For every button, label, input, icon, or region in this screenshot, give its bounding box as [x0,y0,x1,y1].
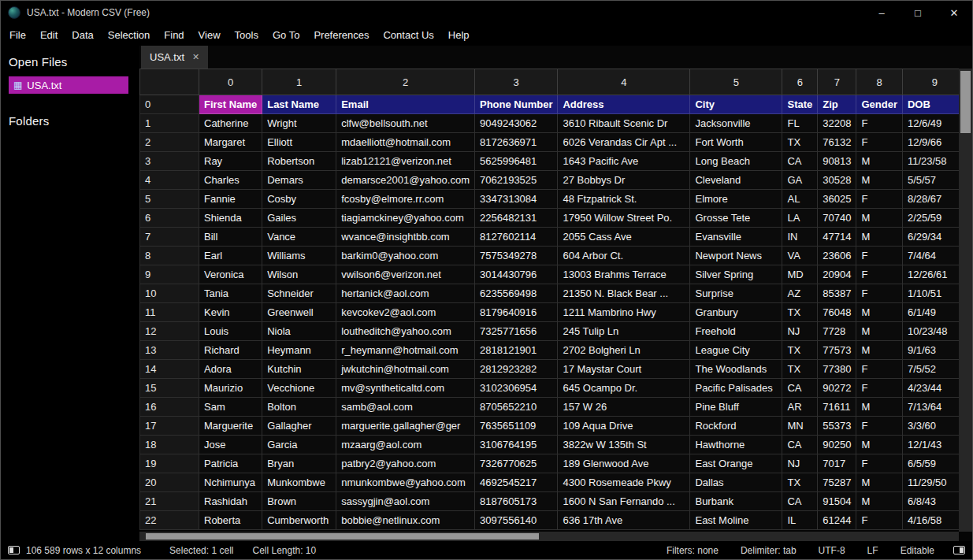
grid-cell[interactable]: Bill [199,228,262,247]
grid-cell[interactable]: Jacksonville [690,114,782,133]
grid-cell[interactable]: TX [782,341,818,360]
grid-cell[interactable]: TX [782,303,818,322]
grid-cell[interactable]: TX [782,360,818,379]
grid-cell[interactable]: 604 Arbor Ct. [558,247,690,265]
grid-cell[interactable]: Rashidah [199,492,262,511]
grid-cell[interactable]: 2055 Cass Ave [558,228,690,247]
grid-cell[interactable]: 12/6/49 [902,114,967,133]
grid-cell[interactable]: 3097556140 [475,511,558,530]
grid-cell[interactable]: Adora [199,360,262,379]
grid-cell[interactable]: Pine Bluff [690,398,782,417]
grid-cell[interactable]: M [856,209,903,228]
grid-cell[interactable]: Fort Worth [690,133,782,152]
grid-cell[interactable]: 7635651109 [475,417,558,436]
grid-cell[interactable]: IN [782,228,818,247]
row-header-17[interactable]: 17 [140,417,199,436]
grid-cell[interactable]: 70740 [818,209,856,228]
grid-cell[interactable]: tiagiamckiney@yahoo.com [336,209,475,228]
grid-cell[interactable]: F [856,265,903,284]
column-header-6[interactable]: 6 [782,69,818,95]
grid-cell[interactable]: IL [782,511,818,530]
grid-cell[interactable]: Granbury [690,303,782,322]
grid-cell[interactable]: Greenwell [262,303,336,322]
grid-cell[interactable]: 2812923282 [475,360,558,379]
grid-cell[interactable]: 3/3/60 [902,417,967,436]
grid-cell[interactable]: hertanick@aol.com [336,284,475,303]
grid-cell[interactable]: 1211 Mambrino Hwy [558,303,690,322]
row-header-15[interactable]: 15 [140,379,199,398]
grid-cell[interactable]: 3102306954 [475,379,558,398]
grid-cell[interactable]: Address [558,95,690,114]
grid-cell[interactable]: Wilson [262,265,336,284]
grid-cell[interactable]: F [856,247,903,265]
grid-cell[interactable]: 4692545217 [475,473,558,492]
grid-cell[interactable]: 5625996481 [475,152,558,171]
grid-cell[interactable]: 8179640916 [475,303,558,322]
menu-view[interactable]: View [191,24,228,46]
grid-cell[interactable]: 3610 Ribault Scenic Dr [558,114,690,133]
grid-cell[interactable]: 8/28/67 [902,190,967,209]
grid-cell[interactable]: 9/1/63 [902,341,967,360]
grid-cell[interactable]: 3822w W 135th St [558,436,690,454]
grid-cell[interactable]: AZ [782,284,818,303]
grid-cell[interactable]: Charles [199,171,262,190]
grid-cell[interactable]: 90250 [818,436,856,454]
column-header-8[interactable]: 8 [856,69,903,95]
grid-cell[interactable]: Elmore [690,190,782,209]
menu-tools[interactable]: Tools [228,24,266,46]
grid-cell[interactable]: sassygjin@aol.com [336,492,475,511]
grid-cell[interactable]: East Orange [690,454,782,473]
panel-toggle-icon[interactable] [953,546,965,554]
grid-cell[interactable]: 36025 [818,190,856,209]
tab-usa-txt[interactable]: USA.txt ✕ [141,46,208,69]
grid-cell[interactable]: barkim0@yahoo.com [336,247,475,265]
grid-cell[interactable]: Long Beach [690,152,782,171]
row-header-13[interactable]: 13 [140,341,199,360]
row-header-22[interactable]: 22 [140,511,199,530]
grid-cell[interactable]: Shienda [199,209,262,228]
grid-cell[interactable]: Marguerite [199,417,262,436]
grid-cell[interactable]: TX [782,133,818,152]
grid-cell[interactable]: NJ [782,322,818,341]
grid-cell[interactable]: 12/1/43 [902,436,967,454]
menu-preferences[interactable]: Preferences [306,24,376,46]
grid-cell[interactable]: Vecchione [262,379,336,398]
grid-cell[interactable]: 32208 [818,114,856,133]
grid-cell[interactable]: 109 Aqua Drive [558,417,690,436]
grid-cell[interactable]: samb@aol.com [336,398,475,417]
grid-cell[interactable]: 6/29/34 [902,228,967,247]
grid-cell[interactable]: 245 Tulip Ln [558,322,690,341]
grid-cell[interactable]: 7575349278 [475,247,558,265]
grid-cell[interactable]: Gender [856,95,903,114]
grid-cell[interactable]: MD [782,265,818,284]
grid-cell[interactable]: Williams [262,247,336,265]
grid-cell[interactable]: Surprise [690,284,782,303]
grid-cell[interactable]: Kutchin [262,360,336,379]
row-header-14[interactable]: 14 [140,360,199,379]
grid-cell[interactable]: 21350 N. Black Bear ... [558,284,690,303]
row-header-10[interactable]: 10 [140,284,199,303]
grid-cell[interactable]: Robertson [262,152,336,171]
horizontal-scrollbar-thumb[interactable] [146,533,539,540]
grid-cell[interactable]: F [856,360,903,379]
open-file-item-usa-txt[interactable]: ▦ USA.txt [9,76,128,94]
status-encoding[interactable]: UTF-8 [819,545,845,556]
grid-cell[interactable]: Evansville [690,228,782,247]
column-header-9[interactable]: 9 [902,69,967,95]
grid-cell[interactable]: 77573 [818,341,856,360]
grid-cell[interactable]: 12/9/66 [902,133,967,152]
grid-cell[interactable]: 91504 [818,492,856,511]
row-header-20[interactable]: 20 [140,473,199,492]
row-header-12[interactable]: 12 [140,322,199,341]
grid-cell[interactable]: 645 Ocampo Dr. [558,379,690,398]
grid-cell[interactable]: M [856,436,903,454]
grid-cell[interactable]: State [782,95,818,114]
row-header-6[interactable]: 6 [140,209,199,228]
row-header-18[interactable]: 18 [140,436,199,454]
grid-cell[interactable]: 7728 [818,322,856,341]
grid-cell[interactable]: F [856,114,903,133]
grid-cell[interactable]: bobbie@netlinux.com [336,511,475,530]
close-button[interactable]: ✕ [936,1,972,24]
grid-cell[interactable]: 3347313084 [475,190,558,209]
grid-cell[interactable]: F [856,379,903,398]
